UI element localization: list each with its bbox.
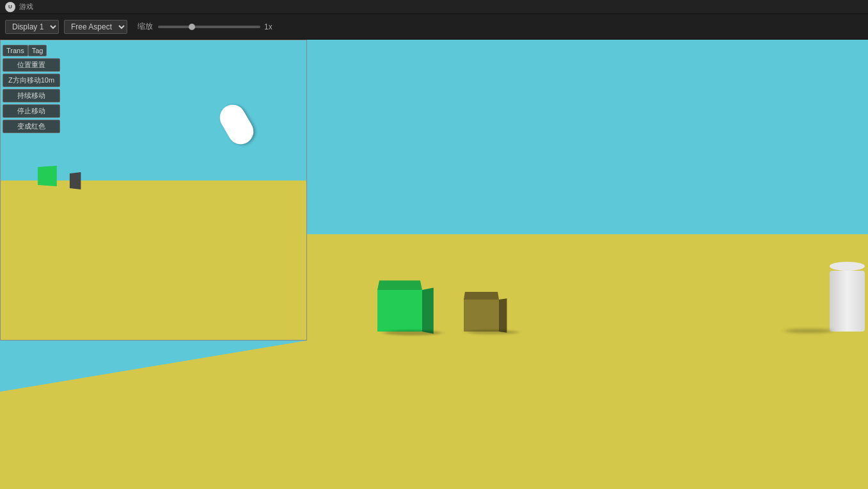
scale-slider[interactable] <box>158 26 260 28</box>
bottom-left-slope-svg <box>0 341 307 489</box>
game-view: Trans Tag 位置重置 Z方向移动10m 持续移动 停止移动 变成红色 <box>0 40 868 489</box>
display-select[interactable]: Display 1 <box>5 20 59 34</box>
small-dark-shape-left <box>70 172 81 189</box>
green-cube-shadow <box>384 330 441 335</box>
brown-cube-right-face <box>499 298 507 333</box>
ui-buttons-panel: Trans Tag 位置重置 Z方向移动10m 持续移动 停止移动 变成红色 <box>3 45 60 133</box>
bottom-left-area <box>0 341 307 489</box>
scale-slider-dot <box>189 24 195 30</box>
scale-slider-container: 1x <box>158 22 272 31</box>
green-cube-front-face <box>377 290 422 332</box>
white-cylinder-shadow <box>785 328 833 333</box>
move-z-10m-button[interactable]: Z方向移动10m <box>3 74 60 87</box>
tag-button[interactable]: Tag <box>28 45 47 56</box>
scale-value: 1x <box>264 22 272 31</box>
green-cube-right-face <box>422 288 434 334</box>
brown-cube-front-face <box>464 300 499 332</box>
cylinder-top <box>830 262 865 271</box>
toolbar: Display 1 Free Aspect 缩放 1x <box>0 14 868 40</box>
brown-cube-top-face <box>464 292 499 300</box>
continuous-move-button[interactable]: 持续移动 <box>3 89 60 102</box>
trans-button[interactable]: Trans <box>3 45 28 56</box>
aspect-select[interactable]: Free Aspect <box>64 20 127 34</box>
title-bar: U 游戏 <box>0 0 868 14</box>
turn-red-button[interactable]: 变成红色 <box>3 120 60 133</box>
trans-tag-row: Trans Tag <box>3 45 60 56</box>
scale-label: 缩放 <box>138 21 153 32</box>
stop-move-button[interactable]: 停止移动 <box>3 104 60 118</box>
app-title: 游戏 <box>19 2 33 12</box>
left-camera-ground <box>0 180 307 341</box>
reset-position-button[interactable]: 位置重置 <box>3 58 60 72</box>
brown-cube-shadow <box>467 330 518 334</box>
green-cube-top-face <box>377 280 422 290</box>
small-green-cube-left <box>38 166 57 186</box>
cylinder-body <box>830 271 865 332</box>
unity-logo: U <box>5 2 15 12</box>
